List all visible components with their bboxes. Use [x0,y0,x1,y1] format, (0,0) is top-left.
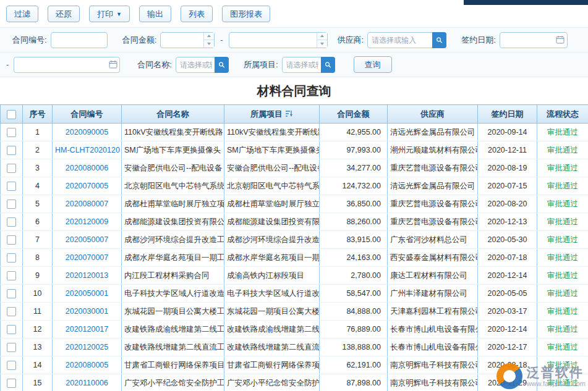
contract-no-link[interactable]: 2020050007 [53,231,122,249]
contract-no-link[interactable]: 2020120013 [53,267,122,285]
project-cell: 成都能源建设集团投资有限公 [224,213,320,231]
table-row: 122020120017改建铁路成渝线增建第二线工改建铁路成渝线增建第二线工76… [1,321,588,338]
column-header-name[interactable]: 合同名称 [122,105,224,124]
calendar-icon[interactable] [108,60,117,69]
column-header-status[interactable]: 流程状态 [537,105,588,124]
column-header-project[interactable]: 所属项目 [224,105,320,124]
row-checkbox[interactable] [7,217,16,227]
seq-cell: 4 [23,177,53,195]
row-checkbox[interactable] [7,182,16,191]
row-checkbox[interactable] [7,164,16,173]
contract-no-input[interactable] [51,32,108,48]
toolbar-button-chart-report[interactable]: 图形报表 [222,6,270,22]
sign-date-cell: 2020-12-11 [478,141,537,159]
column-header-no[interactable]: 合同编号 [53,105,122,124]
contract-name-cell: 电子科技大学区域人行道改造 [122,285,224,303]
amount-cell: 84,888.00 [320,303,388,321]
contract-no-link[interactable]: 2020080007 [53,195,122,213]
row-checkbox[interactable] [7,325,16,334]
date-range-separator: - [6,60,9,69]
status-cell: 审批通过 [537,177,588,195]
toolbar-button-export[interactable]: 输出 [139,6,171,22]
contract-no-link[interactable]: 2020120017 [53,321,122,338]
contract-name-cell: 110kV安徽线程集变开断线路 [122,124,224,141]
sign-date-cell: 2020-03-17 [478,303,537,321]
top-window-strip [464,0,588,5]
status-cell: 审批通过 [537,356,588,374]
magnifier-icon [325,61,331,69]
toolbar-button-restore[interactable]: 还原 [48,6,80,22]
contract-no-link[interactable]: 2020070007 [53,249,122,267]
contract-no-link[interactable]: 2020080005 [53,356,122,374]
contract-no-link[interactable]: 2020050001 [53,285,122,303]
sign-date-cell: 2020-07-15 [478,177,537,195]
seq-cell: 13 [23,338,53,356]
table-row: 32020080006安徽合肥供电公司--配电设备安徽合肥供电公司--配电设备3… [1,159,588,177]
contract-no-link[interactable]: 2020070005 [53,177,122,195]
column-header-date[interactable]: 签约日期 [478,105,537,124]
row-checkbox[interactable] [7,253,16,263]
row-checkbox[interactable] [7,146,16,155]
seq-cell: 3 [23,159,53,177]
column-header-amount[interactable]: 合同金额 [320,105,388,124]
toolbar-button-print[interactable]: 打印▼ [89,6,130,22]
supplier-cell: 天津嘉利园林工程有限公司 [388,303,478,321]
calendar-icon[interactable] [556,35,565,44]
select-all-checkbox[interactable] [7,110,16,119]
sort-icon[interactable] [285,110,293,119]
spinner-down-icon[interactable] [204,40,214,48]
contract-no-link[interactable]: 2020030001 [53,303,122,321]
project-cell: 改建铁路成渝线增建第二线工 [224,321,320,338]
table-row: 152020110006广安邓小平纪念馆安全防护工广安邓小平纪念馆安全防护工87… [1,374,588,391]
supplier-search-icon[interactable] [432,32,446,48]
contract-no-link[interactable]: 2020120009 [53,213,122,231]
row-checkbox[interactable] [7,307,16,316]
row-checkbox[interactable] [7,235,16,245]
row-checkbox-cell [1,124,23,141]
project-cell: 甘肃省工商银行网络保养项目 [224,356,320,374]
row-checkbox[interactable] [7,379,16,388]
project-cell: 改建铁路线增建第二线直流工 [224,338,320,356]
contract-name-cell: 改建铁路线增建第二线直流工 [122,338,224,356]
row-checkbox[interactable] [7,361,16,370]
amount-max-input[interactable] [229,32,328,48]
row-checkbox[interactable] [7,289,16,298]
column-header-seq[interactable]: 序号 [23,105,53,124]
table-row: 142020080005甘肃省工商银行网络保养项目甘肃省工商银行网络保养项目62… [1,356,588,374]
row-checkbox[interactable] [7,200,16,209]
page-title: 材料合同查询 [0,77,588,104]
amount-cell: 24,163.00 [320,249,388,267]
sign-date-cell: 2020-11-29 [478,374,537,391]
spinner-up-icon[interactable] [317,33,327,40]
contract-no-link[interactable]: 2020090005 [53,124,122,141]
column-header-supplier[interactable]: 供应商 [388,105,478,124]
spinner-down-icon[interactable] [317,40,327,48]
select-all-header [1,105,23,124]
contract-no-link[interactable]: 2020120025 [53,338,122,356]
query-button[interactable]: 查询 [354,56,392,73]
contract-no-link[interactable]: 2020080006 [53,159,122,177]
contract-name-search-icon[interactable] [215,57,229,73]
toolbar-button-list[interactable]: 列表 [181,6,213,22]
project-search-icon[interactable] [321,57,335,73]
contract-name-cell: SM广场地下车库更换摄像头 [122,141,224,159]
row-checkbox[interactable] [7,271,16,280]
spinner-up-icon[interactable] [204,33,214,40]
status-cell: 审批通过 [537,338,588,356]
contract-no-link[interactable]: HM-CLHT2020120 [53,141,122,159]
row-checkbox[interactable] [7,343,16,352]
project-cell: SM广场地下车库更换摄像头 [224,141,320,159]
table-row: 102020050001电子科技大学区域人行道改造电子科技大学区域人行道改造58… [1,285,588,303]
amount-cell: 58,547.00 [320,285,388,303]
toolbar-button-filter[interactable]: 过滤 [6,6,38,22]
contract-no-link[interactable]: 2020110006 [53,374,122,391]
status-cell: 审批通过 [537,321,588,338]
amount-cell: 36,850.00 [320,195,388,213]
magnifier-icon [218,61,225,69]
supplier-label: 供应商: [338,35,364,46]
amount-cell: 88,260.00 [320,213,388,231]
row-checkbox[interactable] [7,128,16,137]
supplier-cell: 重庆艺普电源设备有限公司 [388,159,478,177]
table-row: 62020120009成都能源建设集团投资有限公成都能源建设集团投资有限公88,… [1,213,588,231]
sign-date-to-input[interactable] [14,57,120,73]
